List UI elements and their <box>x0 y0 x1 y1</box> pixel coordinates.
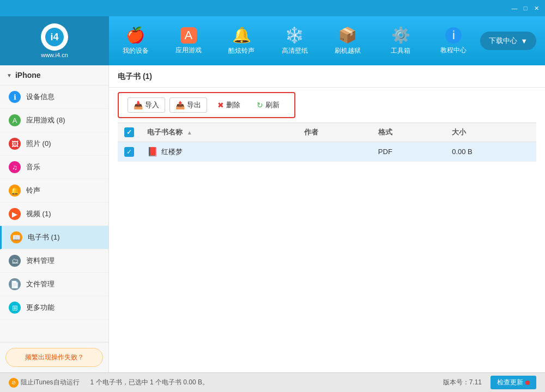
apple-icon: 🍎 <box>126 26 145 44</box>
svg-text:i4: i4 <box>50 32 58 42</box>
col-size[interactable]: 大小 <box>445 123 536 142</box>
nav-tab-tutorial[interactable]: i 教程中心 <box>432 23 475 59</box>
sidebar-item-device-info[interactable]: ℹ 设备信息 <box>0 85 108 109</box>
sidebar-item-data-mgmt[interactable]: 🗂 资料管理 <box>0 249 108 273</box>
statusbar-right: 版本号：7.11 检查更新 <box>443 376 536 389</box>
row-format-cell: PDF <box>372 142 445 162</box>
sidebar-label-ringtones: 铃声 <box>26 186 40 195</box>
row-checkbox[interactable]: ✓ <box>124 147 134 157</box>
device-name: iPhone <box>15 71 41 79</box>
export-label: 导出 <box>187 100 201 110</box>
nav-tab-my-device[interactable]: 🍎 我的设备 <box>114 22 158 60</box>
nav-label-apps: 应用游戏 <box>175 46 202 55</box>
pdf-icon: 📕 <box>147 146 158 157</box>
sidebar-item-music[interactable]: ♫ 音乐 <box>0 156 108 179</box>
delete-button[interactable]: ✖ 删除 <box>211 97 246 113</box>
snowflake-icon: ❄️ <box>285 26 304 44</box>
sidebar-label-more: 更多功能 <box>26 303 55 313</box>
nav-tab-jailbreak[interactable]: 📦 刷机越狱 <box>326 22 370 60</box>
data-circle-icon: 🗂 <box>9 255 21 267</box>
book-name: 红楼梦 <box>161 147 183 157</box>
table-area: ✓ 电子书名称 ▲ 作者 格式 大小 <box>109 122 545 372</box>
freq-error-button[interactable]: 频繁出现操作失败？ <box>5 348 103 367</box>
col-name[interactable]: 电子书名称 ▲ <box>141 123 298 142</box>
col-select: ✓ <box>118 123 141 142</box>
nav-tab-wallpaper[interactable]: ❄️ 高清壁纸 <box>273 22 317 60</box>
statusbar: ⊘ 阻止iTunes自动运行 1 个电子书，已选中 1 个电子书 0.00 B。… <box>0 372 545 392</box>
export-button[interactable]: 📤 导出 <box>169 97 207 113</box>
nav-label-jailbreak: 刷机越狱 <box>335 46 361 56</box>
refresh-label: 刷新 <box>265 100 280 110</box>
photos-circle-icon: 🖼 <box>9 138 21 150</box>
ebook-table: ✓ 电子书名称 ▲ 作者 格式 大小 <box>118 122 536 162</box>
download-center-button[interactable]: 下载中心 ▼ <box>480 32 536 50</box>
col-name-label: 电子书名称 <box>147 128 183 136</box>
nav-label-tutorial: 教程中心 <box>440 46 467 55</box>
table-header-row: ✓ 电子书名称 ▲ 作者 格式 大小 <box>118 123 536 142</box>
sort-icon: ▲ <box>187 130 192 136</box>
content-title: 电子书 (1) <box>109 65 545 88</box>
table-row[interactable]: ✓ 📕 红楼梦 PDF 0.00 B <box>118 142 536 162</box>
download-arrow-icon: ▼ <box>520 37 528 45</box>
update-label: 检查更新 <box>497 378 523 387</box>
nav-tab-ringtone[interactable]: 🔔 酷炫铃声 <box>220 22 263 60</box>
bell-icon: 🔔 <box>232 26 251 44</box>
row-select-cell: ✓ <box>118 142 141 162</box>
nav-tab-apps[interactable]: A 应用游戏 <box>167 23 210 59</box>
minimize-button[interactable]: — <box>510 4 519 13</box>
apps-circle-icon: A <box>9 114 21 126</box>
col-author-label: 作者 <box>304 128 318 136</box>
col-format[interactable]: 格式 <box>372 123 445 142</box>
dropbox-icon: 📦 <box>338 26 357 44</box>
sidebar-item-apps[interactable]: A 应用游戏 (8) <box>0 109 108 132</box>
titlebar: — □ ✕ <box>0 0 545 16</box>
gear-icon: ⚙️ <box>391 26 410 44</box>
select-all-checkbox[interactable]: ✓ <box>124 127 134 137</box>
nav-tabs: 🍎 我的设备 A 应用游戏 🔔 酷炫铃声 ❄️ 高清壁纸 📦 刷机越狱 ⚙️ 工… <box>109 16 480 65</box>
collapse-arrow-icon: ▼ <box>7 72 12 78</box>
toolbar: 📥 导入 📤 导出 ✖ 删除 ↻ 刷新 <box>118 92 295 118</box>
bell-circle-icon: 🔔 <box>9 185 21 197</box>
stop-icon: ⊘ <box>9 378 19 388</box>
import-icon: 📥 <box>134 101 143 109</box>
stop-itunes-button[interactable]: ⊘ 阻止iTunes自动运行 <box>9 378 80 388</box>
sidebar-label-photos: 照片 (0) <box>26 139 51 149</box>
info-circle-icon: ℹ <box>9 91 21 103</box>
file-circle-icon: 📄 <box>9 278 21 290</box>
content-area: 电子书 (1) 📥 导入 📤 导出 ✖ 删除 ↻ 刷新 <box>109 65 545 372</box>
col-author[interactable]: 作者 <box>298 123 371 142</box>
nav-label-toolbox: 工具箱 <box>391 46 410 56</box>
sidebar-item-photos[interactable]: 🖼 照片 (0) <box>0 132 108 156</box>
book-name-container: 📕 红楼梦 <box>147 146 291 157</box>
col-size-label: 大小 <box>452 128 466 136</box>
import-label: 导入 <box>145 100 159 110</box>
version-text: 版本号：7.11 <box>443 378 482 387</box>
more-circle-icon: ⊞ <box>9 302 21 314</box>
apps-icon: A <box>180 27 197 44</box>
row-size-cell: 0.00 B <box>445 142 536 162</box>
sidebar-label-apps: 应用游戏 (8) <box>26 115 65 125</box>
refresh-button[interactable]: ↻ 刷新 <box>251 97 286 113</box>
col-format-label: 格式 <box>378 128 392 136</box>
video-circle-icon: ▶ <box>9 208 21 220</box>
sidebar-label-videos: 视频 (1) <box>26 209 51 219</box>
nav-label-my-device: 我的设备 <box>123 46 149 56</box>
export-icon: 📤 <box>175 101 185 109</box>
sidebar-item-ebooks[interactable]: 📖 电子书 (1) <box>0 226 108 249</box>
check-update-button[interactable]: 检查更新 <box>491 376 536 389</box>
import-button[interactable]: 📥 导入 <box>128 97 165 113</box>
nav-tab-toolbox[interactable]: ⚙️ 工具箱 <box>379 22 422 60</box>
maximize-button[interactable]: □ <box>521 4 530 13</box>
sidebar-item-file-mgmt[interactable]: 📄 文件管理 <box>0 273 108 296</box>
device-section-header: ▼ iPhone <box>0 65 108 85</box>
logo-text: www.i4.cn <box>41 52 68 58</box>
sidebar-item-ringtones[interactable]: 🔔 铃声 <box>0 179 108 203</box>
sidebar-item-more[interactable]: ⊞ 更多功能 <box>0 296 108 320</box>
sidebar: ▼ iPhone ℹ 设备信息 A 应用游戏 (8) 🖼 照片 (0) ♫ 音乐… <box>0 65 109 372</box>
sidebar-label-ebooks: 电子书 (1) <box>28 232 60 242</box>
sidebar-item-videos[interactable]: ▶ 视频 (1) <box>0 203 108 226</box>
delete-icon: ✖ <box>217 101 224 109</box>
close-button[interactable]: ✕ <box>532 4 541 13</box>
download-label: 下载中心 <box>489 36 517 46</box>
nav-label-wallpaper: 高清壁纸 <box>282 46 308 56</box>
